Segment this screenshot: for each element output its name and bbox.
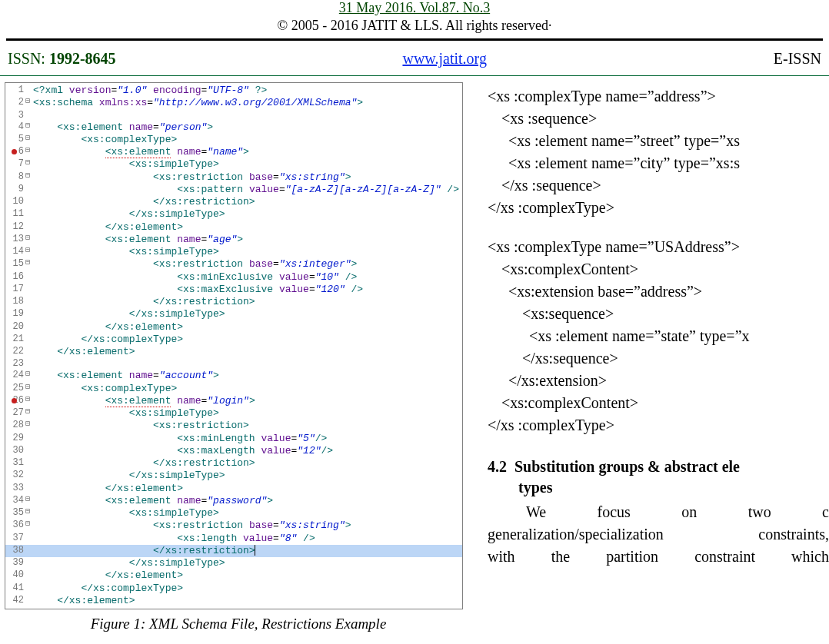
code-line: 8⊟ <xs:restriction base="xs:string"> xyxy=(5,171,462,184)
fold-icon xyxy=(25,296,33,308)
code-content: <xs:simpleType> xyxy=(33,246,462,258)
snippet-line: </xs:sequence> xyxy=(522,347,829,370)
code-line: 14⊟ <xs:simpleType> xyxy=(5,246,462,258)
error-marker-icon xyxy=(12,398,17,403)
fold-icon[interactable]: ⊟ xyxy=(25,246,33,258)
fold-icon xyxy=(25,196,33,208)
code-line: 7⊟ <xs:simpleType> xyxy=(5,158,462,171)
code-content: </xs:element> xyxy=(33,221,462,234)
fold-icon xyxy=(25,583,33,595)
code-line: 24⊟ <xs:element name="account"> xyxy=(5,370,462,382)
fold-icon[interactable]: ⊟ xyxy=(25,507,33,520)
code-content: </xs:restriction> xyxy=(33,457,462,470)
code-content: <xs:element name="login"> xyxy=(33,395,462,407)
snippet-line: <xs :complexType name=”USAddress”> xyxy=(488,236,829,258)
fold-icon xyxy=(25,308,33,320)
code-line: 28⊟ <xs:restriction> xyxy=(5,420,462,432)
fold-icon[interactable]: ⊟ xyxy=(25,407,33,420)
fold-icon xyxy=(25,557,33,569)
fold-icon[interactable]: ⊟ xyxy=(25,146,33,158)
fold-icon xyxy=(25,445,33,457)
line-number: 3 xyxy=(5,110,25,121)
snippet-line: </xs :complexType> xyxy=(488,414,829,437)
fold-icon xyxy=(25,595,33,607)
code-content: </xs:simpleType> xyxy=(33,557,462,569)
line-number: 22 xyxy=(5,346,25,358)
code-line: 15⊟ <xs:restriction base="xs:integer"> xyxy=(5,258,462,271)
code-content: <xs:restriction base="xs:integer"> xyxy=(33,258,462,271)
fold-icon xyxy=(25,533,33,545)
code-content: <xs:restriction> xyxy=(33,420,462,432)
line-number: 9 xyxy=(5,184,25,196)
code-line: 42 </xs:element> xyxy=(5,595,462,607)
line-number: 7 xyxy=(5,158,25,171)
line-number: 33 xyxy=(5,483,25,495)
xml-snippet-usaddress: <xs :complexType name=”USAddress”><xs:co… xyxy=(488,236,829,437)
line-number: 42 xyxy=(5,595,25,607)
code-content: </xs:simpleType> xyxy=(33,470,462,482)
fold-icon[interactable]: ⊟ xyxy=(25,383,33,395)
code-line: 34⊟ <xs:element name="password"> xyxy=(5,495,462,507)
fold-icon[interactable]: ⊟ xyxy=(25,258,33,271)
fold-icon[interactable]: ⊟ xyxy=(25,158,33,171)
divider-green xyxy=(0,75,829,76)
line-number: 2 xyxy=(5,97,25,109)
issn-row: ISSN: 1992-8645 www.jatit.org E-ISSN xyxy=(0,41,829,72)
code-line: 37 <xs:length value="8" /> xyxy=(5,533,462,545)
fold-icon[interactable]: ⊟ xyxy=(25,395,33,407)
line-number: 5 xyxy=(5,134,25,146)
line-number: 1 xyxy=(5,85,25,97)
fold-icon[interactable]: ⊟ xyxy=(25,234,33,246)
header-block: 31 May 2016. Vol.87. No.3 © 2005 - 2016 … xyxy=(0,0,829,34)
line-number: 36 xyxy=(5,520,25,532)
fold-icon[interactable]: ⊟ xyxy=(25,520,33,532)
code-line: 2⊟<xs:schema xmlns:xs="http://www.w3.org… xyxy=(5,97,462,109)
line-number: 39 xyxy=(5,557,25,569)
code-line: 16 <xs:minExclusive value="10" /> xyxy=(5,271,462,284)
code-content: </xs:restriction> xyxy=(33,545,462,557)
code-line: 6⊟ <xs:element name="name"> xyxy=(5,146,462,158)
fold-icon xyxy=(25,433,33,445)
code-line: 5⊟ <xs:complexType> xyxy=(5,134,462,146)
code-content: </xs:element> xyxy=(33,483,462,495)
fold-icon xyxy=(25,334,33,346)
fold-icon xyxy=(25,271,33,284)
body-line: We focus on two c xyxy=(488,501,829,523)
fold-icon xyxy=(25,483,33,495)
code-line: 12 </xs:element> xyxy=(5,221,462,234)
fold-icon xyxy=(25,346,33,358)
code-content: <xs:minExclusive value="10" /> xyxy=(33,271,462,284)
issn-value: 1992-8645 xyxy=(49,50,116,67)
code-line: 29 <xs:minLength value="5"/> xyxy=(5,433,462,445)
code-content: <xs:element name="account"> xyxy=(33,370,462,382)
snippet-line: <xs:sequence> xyxy=(522,303,829,325)
code-content: <xs:element name="name"> xyxy=(33,146,462,158)
body-text: We focus on two c generalization/special… xyxy=(488,501,829,568)
line-number: 35 xyxy=(5,507,25,520)
code-content: </xs:restriction> xyxy=(33,196,462,208)
fold-icon[interactable]: ⊟ xyxy=(25,420,33,432)
code-content: <xs:maxLength value="12"/> xyxy=(33,445,462,457)
fold-icon[interactable]: ⊟ xyxy=(25,495,33,507)
fold-icon[interactable]: ⊟ xyxy=(25,121,33,134)
code-content: <xs:element name="age"> xyxy=(33,234,462,246)
fold-icon[interactable]: ⊟ xyxy=(25,134,33,146)
fold-icon[interactable]: ⊟ xyxy=(25,370,33,382)
line-number: 13 xyxy=(5,234,25,246)
fold-icon[interactable]: ⊟ xyxy=(25,97,33,109)
jatit-link[interactable]: www.jatit.org xyxy=(402,50,486,68)
code-content: <xs:complexType> xyxy=(33,134,462,146)
fold-icon[interactable]: ⊟ xyxy=(25,171,33,184)
code-line: 18 </xs:restriction> xyxy=(5,296,462,308)
fold-icon xyxy=(25,569,33,582)
line-number: 10 xyxy=(5,196,25,208)
snippet-line: <xs :element name=”state” type=”x xyxy=(529,325,829,347)
code-content: </xs:element> xyxy=(33,346,462,358)
code-content: <xs:length value="8" /> xyxy=(33,533,462,545)
code-content: <xs:minLength value="5"/> xyxy=(33,433,462,445)
code-content: </xs:complexType> xyxy=(33,583,462,595)
line-number: 41 xyxy=(5,583,25,595)
code-content: <xs:simpleType> xyxy=(33,507,462,520)
line-number: 25 xyxy=(5,383,25,395)
code-content: <xs:simpleType> xyxy=(33,407,462,420)
